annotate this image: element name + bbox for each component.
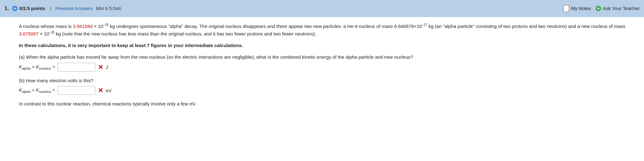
part-a-answer-row: Kalpha + Knucleus = ✕ J	[19, 63, 638, 72]
part-b-formula: Kalpha + Knucleus =	[19, 87, 55, 94]
header-bar: 1. + 0/2.5 points | Previous Answers MI4…	[0, 0, 644, 17]
part-a-unit: J	[106, 64, 108, 70]
ask-teacher-button[interactable]: + Ask Your Teacher	[596, 6, 640, 11]
points-plus-icon: +	[12, 6, 18, 11]
part-b-input[interactable]	[58, 86, 95, 95]
part-b-error-icon: ✕	[98, 87, 103, 94]
part-b-unit: eV	[106, 88, 111, 93]
header-left: 1. + 0/2.5 points | Previous Answers MI4…	[4, 5, 563, 12]
my-notes-label: My Notes	[571, 6, 591, 11]
contrast-text: In contrast to this nuclear reaction, ch…	[19, 100, 638, 108]
part-a-error-icon: ✕	[98, 64, 103, 70]
problem-statement: A nucleus whose mass is 3.941584 × 10−25…	[19, 23, 638, 38]
points-text: 0/2.5 points	[19, 6, 45, 11]
part-b-answer-row: Kalpha + Knucleus = ✕ eV	[19, 86, 638, 95]
part-a-formula: Kalpha + Knucleus =	[19, 64, 55, 70]
bold-note: In these calculations, it is very import…	[19, 43, 638, 48]
part-b: (b) How many electron volts is this? Kal…	[19, 77, 638, 95]
assignment-code: MI4 6.5.044.	[96, 6, 122, 11]
header-right: My Notes + Ask Your Teacher	[563, 5, 640, 12]
mass-value-2: 3.875067	[19, 31, 39, 36]
content-area: A nucleus whose mass is 3.941584 × 10−25…	[0, 17, 644, 113]
previous-answers-link[interactable]: Previous Answers	[55, 6, 93, 11]
mass-value-1: 3.941584	[73, 24, 93, 29]
part-b-label: (b) How many electron volts is this?	[19, 77, 638, 84]
my-notes-button[interactable]: My Notes	[563, 5, 591, 12]
notes-icon	[563, 5, 569, 12]
part-a: (a) When the alpha particle has moved fa…	[19, 54, 638, 72]
ask-teacher-label: Ask Your Teacher	[603, 6, 640, 11]
divider: |	[50, 6, 51, 11]
ask-teacher-plus-icon: +	[596, 6, 601, 11]
part-a-label: (a) When the alpha particle has moved fa…	[19, 54, 638, 61]
part-a-input[interactable]	[58, 63, 95, 72]
points-badge: + 0/2.5 points	[12, 6, 45, 11]
question-number: 1.	[4, 5, 9, 12]
